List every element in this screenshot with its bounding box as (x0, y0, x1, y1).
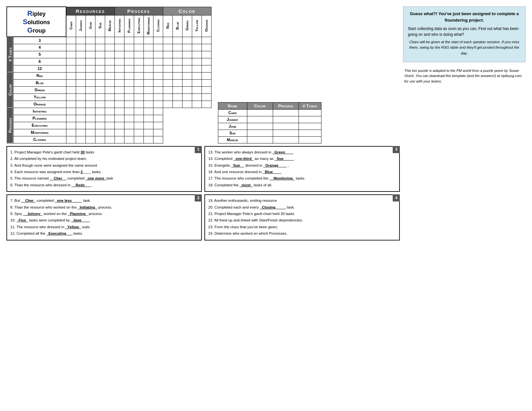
cell-t4-exec (134, 44, 143, 51)
cell-t5-clos (153, 51, 163, 58)
summary-row-marcie: Marcie (218, 136, 321, 143)
cell-blue-g (182, 79, 192, 86)
cell-yellow-jane (85, 93, 95, 101)
cell-clos-i (114, 136, 124, 143)
cell-t6-mon (143, 58, 153, 65)
cell-t4-orange (202, 44, 211, 51)
cell-clos-cher (66, 136, 76, 143)
cell-t12-plan (124, 65, 134, 72)
info-para1: Start collecting data as soon as you can… (408, 26, 521, 37)
summary-section: Name Color Process # Tasks Cher (218, 102, 321, 143)
cell-init-marcie (105, 108, 114, 115)
col-executing-label: Executing (136, 16, 141, 35)
logo-line2: Solutions (9, 18, 64, 26)
summary-color-marcie (247, 136, 273, 143)
cell-blue-r (163, 79, 172, 86)
clue-1-2: 2. All completed by his motivated projec… (10, 156, 198, 161)
cell-clos-c (153, 136, 163, 143)
cell-orange-y (192, 101, 202, 108)
cell-mon-johnny (76, 129, 85, 136)
cell-init-c (153, 108, 163, 115)
cell-t3-yellow (192, 37, 202, 44)
cell-t4-init (114, 44, 124, 51)
cell-exec-e (134, 122, 143, 129)
clue-1-6: 6. Than the resource who dressed in __Re… (10, 182, 198, 188)
summary-name-sue: Sue (218, 130, 247, 136)
clue-3-5: 17. The resource who completed the __Mon… (208, 175, 396, 181)
cell-plan-p (124, 115, 134, 122)
cell-t5-johnny (76, 51, 85, 58)
clue-4-3: 21. Project Manager Pete's gantt chart h… (208, 211, 396, 217)
cell-t5-blue (172, 51, 182, 58)
cell-t4-red (163, 44, 172, 51)
color-row-green: Green (13, 86, 66, 93)
cell-blue-clos (153, 79, 163, 86)
cell-orange-johnny (76, 101, 85, 108)
clue-box-1: 1 1. Project Manager Pete's gantt chart … (6, 146, 202, 192)
empty11 (163, 122, 172, 129)
clue-4-1: 19. Another enthusiastic, smiling resour… (208, 198, 396, 203)
cell-yellow-plan (124, 93, 134, 101)
clue-1-5: 5. The resource named __Cher__ completed… (10, 175, 198, 181)
cell-green-b (172, 86, 182, 93)
cell-t12-sue (95, 65, 105, 72)
cell-orange-marcie (105, 101, 114, 108)
cell-mon-c (153, 129, 163, 136)
empty13 (182, 122, 192, 129)
info-para3: This fun puzzle is adapted to the PM wor… (404, 68, 524, 84)
info-title: Guess what?! You've just been assigned t… (408, 11, 521, 23)
proc-row-mon: Monitoring (13, 129, 66, 136)
empty14 (192, 122, 202, 129)
col-marcie: Marcie (105, 15, 114, 37)
cell-t3-jane (85, 37, 95, 44)
task-row-4: 4 (13, 44, 66, 51)
cell-orange-o (202, 101, 211, 108)
cell-mon-i (114, 129, 124, 136)
cell-t12-init (114, 65, 124, 72)
cell-t3-cher (66, 37, 76, 44)
cell-t12-exec (134, 65, 143, 72)
box-number-1: 1 (195, 146, 202, 153)
cell-blue-sue (95, 79, 105, 86)
empty3 (182, 108, 192, 115)
clue-box-4: 4 19. Another enthusiastic, smiling reso… (204, 194, 400, 240)
proc-row-init: Initiating (13, 108, 66, 115)
cell-blue-johnny (76, 79, 85, 86)
logo-line3: Group (9, 26, 64, 34)
cell-init-jane (85, 108, 95, 115)
info-note: This fun puzzle is adapted to the PM wor… (403, 65, 526, 87)
cell-t5-marcie (105, 51, 114, 58)
cell-yellow-y (192, 93, 202, 101)
summary-header-color: Color (247, 102, 273, 109)
cell-mon-marcie (105, 129, 114, 136)
cell-t12-green (182, 65, 192, 72)
cell-init-johnny (76, 108, 85, 115)
empty19 (192, 129, 202, 136)
col-monitoring: Monitoring (143, 15, 153, 37)
clue-row-bottom: 2 7. But __Cher_ completed _one less____… (6, 194, 400, 240)
empty4 (192, 108, 202, 115)
empty12 (172, 122, 182, 129)
cell-yellow-o (202, 93, 211, 101)
cell-init-e (134, 108, 143, 115)
col-cher-label: Cher (68, 20, 74, 31)
cell-t5-yellow (192, 51, 202, 58)
col-green-label: Green (184, 19, 190, 32)
right-section: Guess what?! You've just been assigned t… (403, 6, 526, 240)
cell-t5-orange (202, 51, 211, 58)
summary-row-cher: Cher (218, 109, 321, 116)
cell-plan-sue (95, 115, 105, 122)
cell-green-johnny (76, 86, 85, 93)
cell-exec-p (124, 122, 134, 129)
cell-t4-green (182, 44, 192, 51)
cell-clos-marcie (105, 136, 114, 143)
col-initiating: Initiating (114, 15, 124, 37)
col-red: Red (163, 15, 172, 37)
cell-t3-exec (134, 37, 143, 44)
cell-orange-exec (134, 101, 143, 108)
cell-t6-orange (202, 58, 211, 65)
cell-t3-blue (172, 37, 182, 44)
proc-row-exec: Executing (13, 122, 66, 129)
cell-t3-clos (153, 37, 163, 44)
empty1 (163, 108, 172, 115)
